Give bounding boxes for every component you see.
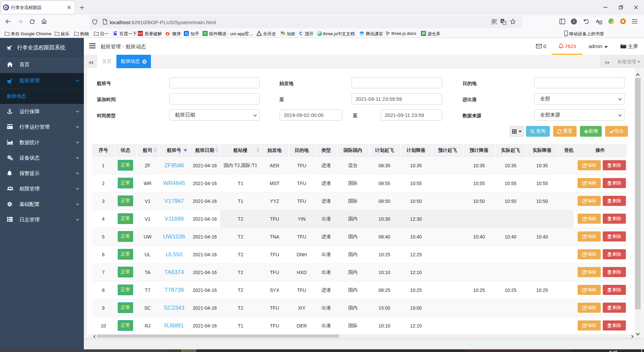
svg-text:文: 文 — [599, 21, 602, 24]
svg-text:?: ? — [504, 21, 505, 25]
svg-text:A: A — [596, 19, 599, 24]
